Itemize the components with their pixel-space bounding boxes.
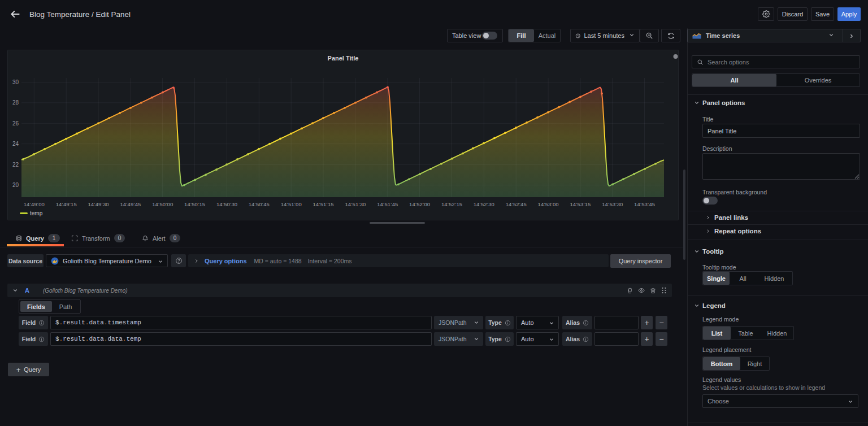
svg-text:14:52:45: 14:52:45 (506, 201, 527, 207)
svg-text:14:53:45: 14:53:45 (634, 201, 655, 207)
svg-text:14:51:45: 14:51:45 (377, 201, 398, 207)
svg-text:14:49:45: 14:49:45 (120, 201, 141, 207)
svg-text:14:52:00: 14:52:00 (409, 201, 430, 207)
svg-text:14:52:30: 14:52:30 (474, 201, 494, 207)
svg-text:20: 20 (12, 182, 19, 188)
svg-text:14:50:30: 14:50:30 (216, 201, 237, 207)
svg-text:14:51:00: 14:51:00 (281, 201, 302, 207)
svg-text:26: 26 (12, 120, 19, 127)
svg-text:14:53:15: 14:53:15 (570, 201, 591, 207)
svg-text:14:53:30: 14:53:30 (602, 201, 623, 207)
svg-text:14:49:00: 14:49:00 (24, 201, 45, 207)
svg-text:14:50:45: 14:50:45 (249, 201, 270, 207)
svg-text:14:49:30: 14:49:30 (88, 201, 109, 207)
svg-text:14:50:00: 14:50:00 (152, 201, 173, 207)
svg-text:28: 28 (12, 99, 19, 106)
svg-text:14:50:15: 14:50:15 (184, 201, 205, 207)
svg-text:14:49:15: 14:49:15 (56, 201, 77, 207)
svg-text:14:51:15: 14:51:15 (313, 201, 334, 207)
svg-text:22: 22 (12, 162, 19, 168)
svg-text:14:51:30: 14:51:30 (345, 201, 366, 207)
svg-text:temp: temp (30, 210, 43, 216)
svg-text:30: 30 (12, 79, 19, 85)
svg-text:24: 24 (12, 141, 19, 147)
svg-text:14:52:15: 14:52:15 (441, 201, 462, 207)
svg-text:14:53:00: 14:53:00 (538, 201, 559, 207)
